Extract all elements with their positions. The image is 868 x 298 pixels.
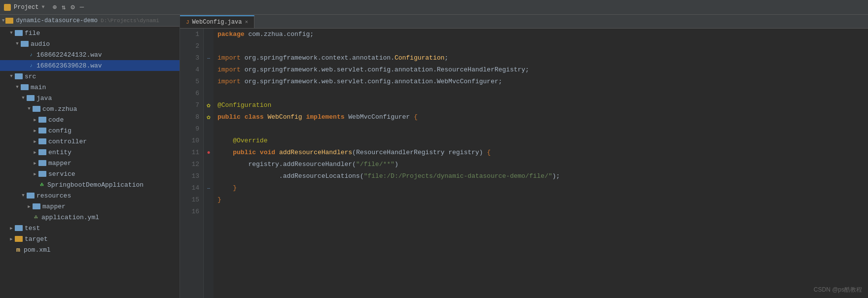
arrow-comzzhua: ▼ [26,106,33,111]
ln-15: 15 [184,194,199,206]
tree-item-service[interactable]: ▶ service [0,168,180,179]
code-editor[interactable]: 1 2 3 4 5 6 7 8 9 10 11 12 13 14 15 16 [180,29,868,298]
dropdown-arrow[interactable]: ▼ [41,4,44,10]
tree-item-code[interactable]: ▶ code [0,114,180,125]
controller-folder-icon [38,138,46,144]
new-file-icon[interactable]: ⊕ [52,3,56,11]
string-12: "/file/**" [356,159,395,170]
gutter-13 [204,170,214,182]
project-folder-icon [5,18,13,24]
sync-icon[interactable]: ⇅ [62,3,66,11]
tree-item-wav2[interactable]: ♪ 1686623639628.wav [0,60,180,71]
gutter-5 [204,76,214,88]
pomxml-label: pom.xml [24,246,51,254]
arrow-config: ▶ [32,128,38,133]
annotation-config: @Configuration [217,99,271,111]
code-line-14: } [217,182,864,194]
tree-item-config[interactable]: ▶ config [0,125,180,136]
tree-item-test[interactable]: ▶ test [0,223,180,233]
settings-icon[interactable]: ⚙ [71,3,74,11]
code-line-9 [217,123,864,135]
method-name-11: addResourceHandlers [279,147,352,159]
comzzhua-folder-icon [33,106,40,112]
kw-import-4: import [217,64,241,76]
ln-9: 9 [184,123,199,135]
title-bar: Project ▼ ⊕ ⇅ ⚙ — [0,0,868,15]
tree-item-target[interactable]: ▶ target [0,233,180,244]
gutter-16 [204,206,214,218]
file-folder-icon [15,30,23,36]
tab-close-button[interactable]: × [245,19,248,25]
kw-public-11: public [233,147,256,159]
comzzhua-folder-label: com.zzhua [42,105,77,113]
ln-12: 12 [184,159,199,170]
fold-14[interactable]: — [207,186,210,191]
tree-item-src[interactable]: ▼ src [0,71,180,82]
brace-close-15: } [217,194,221,206]
tree-item-resources[interactable]: ▼ resources [0,190,180,201]
code-line-10: @Override [217,135,864,147]
gutter-10 [204,135,214,147]
tab-webconfig[interactable]: J WebConfig.java × [180,15,254,28]
project-icon [4,4,11,11]
config-folder-icon [38,128,46,133]
mapper2-folder-label: mapper [42,203,66,210]
tree-item-pomxml[interactable]: m pom.xml [0,244,180,255]
arrow-java: ▼ [20,96,27,100]
appyml-icon: ☘ [33,214,39,221]
tree-item-wav1[interactable]: ♪ 1686622424132.wav [0,49,180,60]
minimize-icon[interactable]: — [80,3,84,11]
breakpoint-11[interactable]: ● [207,149,210,156]
arrow-target: ▶ [8,236,15,242]
tree-item-java[interactable]: ▼ java [0,93,180,103]
kw-implements-8: implements [306,111,344,123]
tree-item-springbootapp[interactable]: ☘ SpringbootDemoApplication [0,179,180,190]
config-folder-label: config [48,127,72,134]
kw-public-8: public [217,111,241,123]
tree-item-mapper[interactable]: ▶ mapper [0,158,180,168]
gutter: — ✿ ✿ ● — [204,29,214,298]
mapper-folder-label: mapper [48,160,72,167]
code-folder-label: code [48,116,64,124]
project-root-item[interactable]: ▼ dynamic-datasource-demo D:\Projects\dy… [0,15,180,27]
chain-13: .addResourceLocations( [279,170,364,182]
param-type-11: ResourceHandlerRegistry [356,147,444,159]
gutter-15 [204,194,214,206]
ln-3: 3 [184,52,199,64]
src-folder-label: src [25,73,36,80]
ln-11: 11 [184,147,199,159]
gutter-1 [204,29,214,40]
import-path-4: org.springframework.web.servlet.config.a… [245,64,529,76]
sidebar: ▼ dynamic-datasource-demo D:\Projects\dy… [0,15,180,298]
code-content[interactable]: package com.zzhua.config; import org.spr… [214,29,868,298]
tree-item-file[interactable]: ▼ file [0,28,180,38]
tree-item-controller[interactable]: ▶ controller [0,136,180,147]
tree-item-entity[interactable]: ▶ entity [0,147,180,158]
tab-java-icon: J [186,19,189,25]
arrow-mapper2: ▶ [26,204,33,209]
fold-3[interactable]: — [207,56,210,61]
interface-8: WebMvcConfigurer [348,111,410,123]
ln-14: 14 [184,182,199,194]
code-line-8: public class WebConfig implements WebMvc… [217,111,864,123]
code-line-2 [217,40,864,52]
kw-void-11: void [260,147,275,159]
arrow-controller: ▶ [32,139,38,144]
tree-item-comzzhua[interactable]: ▼ com.zzhua [0,103,180,114]
ln-7: 7 [184,99,199,111]
tree-item-mapper2[interactable]: ▶ mapper [0,201,180,212]
code-line-7: @Configuration [217,99,864,111]
project-name: dynamic-datasource-demo [16,17,98,24]
tree-item-audio[interactable]: ▼ audio [0,38,180,49]
tree-item-main[interactable]: ▼ main [0,82,180,93]
title-bar-left: Project ▼ [4,4,44,11]
arrow-file: ▼ [8,31,15,35]
mapper2-folder-icon [33,203,40,209]
bookmark-8: ✿ [207,113,211,121]
ln-5: 5 [184,76,199,88]
wav2-label: 1686623639628.wav [36,62,102,69]
kw-package: package [217,29,245,40]
ln-13: 13 [184,170,199,182]
tree-item-appyml[interactable]: ☘ application.yml [0,212,180,223]
controller-folder-label: controller [48,138,87,145]
